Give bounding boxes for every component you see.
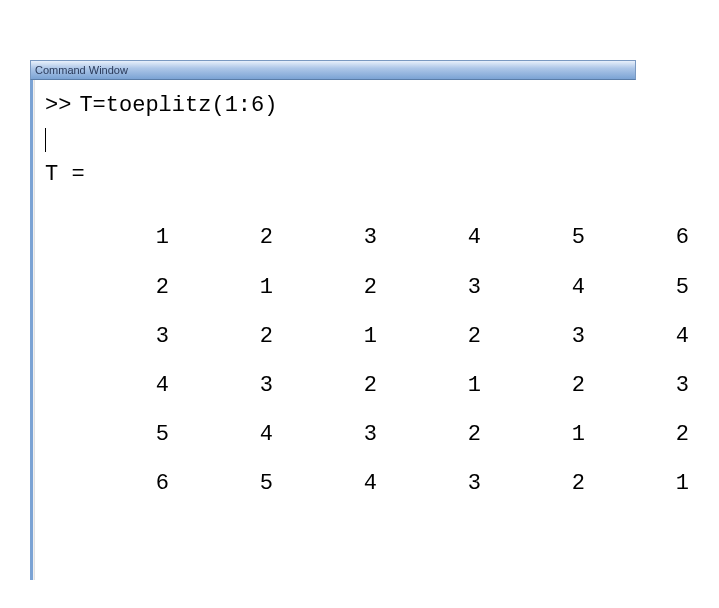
matrix-cell: 1 — [293, 319, 397, 354]
matrix-cell: 3 — [501, 319, 605, 354]
matrix-row: 2 1 2 3 4 5 — [85, 270, 709, 305]
matrix-cell: 1 — [189, 270, 293, 305]
matrix-cell: 1 — [605, 466, 709, 501]
matrix-cell: 6 — [605, 220, 709, 255]
matrix-cell: 3 — [397, 270, 501, 305]
matrix-cell: 4 — [397, 220, 501, 255]
matrix-cell: 4 — [189, 417, 293, 452]
prompt-line: >> T=toeplitz(1:6) — [45, 88, 709, 123]
matrix-cell: 2 — [397, 319, 501, 354]
window-title: Command Window — [35, 64, 128, 76]
matrix-cell: 4 — [293, 466, 397, 501]
matrix-cell: 1 — [501, 417, 605, 452]
matrix-cell: 3 — [85, 319, 189, 354]
matrix-cell: 2 — [501, 466, 605, 501]
window-title-bar: Command Window — [30, 60, 636, 80]
matrix-cell: 2 — [293, 270, 397, 305]
matrix-cell: 2 — [501, 368, 605, 403]
matrix-cell: 2 — [605, 417, 709, 452]
matrix-row: 5 4 3 2 1 2 — [85, 417, 709, 452]
matrix-cell: 5 — [605, 270, 709, 305]
matrix-cell: 3 — [397, 466, 501, 501]
result-label: T = — [45, 157, 709, 192]
matrix-cell: 5 — [501, 220, 605, 255]
text-cursor — [45, 128, 46, 152]
matrix-cell: 2 — [189, 220, 293, 255]
matrix-row: 4 3 2 1 2 3 — [85, 368, 709, 403]
matrix-cell: 5 — [85, 417, 189, 452]
console-content[interactable]: >> T=toeplitz(1:6) T = 1 2 3 4 5 6 2 — [35, 80, 719, 580]
matrix-output: 1 2 3 4 5 6 2 1 2 3 4 5 3 2 — [85, 220, 709, 501]
prompt-symbol: >> — [45, 88, 71, 123]
matrix-cell: 2 — [293, 368, 397, 403]
command-text: T=toeplitz(1:6) — [79, 88, 277, 123]
matrix-cell: 3 — [605, 368, 709, 403]
matrix-cell: 2 — [189, 319, 293, 354]
matrix-cell: 6 — [85, 466, 189, 501]
matrix-cell: 4 — [501, 270, 605, 305]
matrix-cell: 3 — [293, 220, 397, 255]
matrix-cell: 5 — [189, 466, 293, 501]
matrix-cell: 3 — [293, 417, 397, 452]
matrix-cell: 2 — [85, 270, 189, 305]
cursor-line — [45, 123, 709, 153]
matrix-cell: 2 — [397, 417, 501, 452]
matrix-cell: 4 — [85, 368, 189, 403]
command-window[interactable]: >> T=toeplitz(1:6) T = 1 2 3 4 5 6 2 — [30, 80, 719, 580]
matrix-cell: 4 — [605, 319, 709, 354]
matrix-row: 1 2 3 4 5 6 — [85, 220, 709, 255]
matrix-cell: 1 — [397, 368, 501, 403]
matrix-row: 6 5 4 3 2 1 — [85, 466, 709, 501]
matrix-row: 3 2 1 2 3 4 — [85, 319, 709, 354]
matrix-cell: 3 — [189, 368, 293, 403]
matrix-cell: 1 — [85, 220, 189, 255]
